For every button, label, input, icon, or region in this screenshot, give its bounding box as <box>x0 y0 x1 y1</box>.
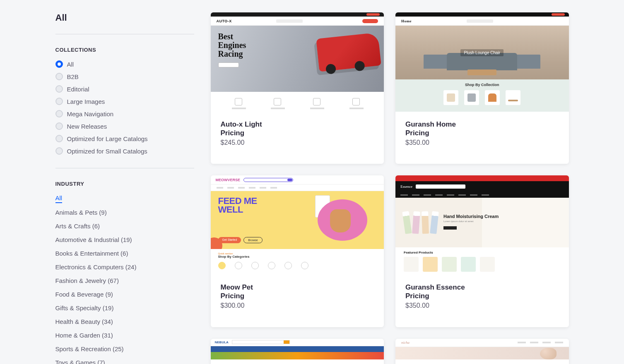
collection-option-mega-navigation[interactable]: Mega Navigation <box>55 109 194 118</box>
theme-name: Auto-x Light <box>221 120 374 129</box>
industry-item-books-entertainment[interactable]: Books & Entertainment (6) <box>55 249 194 258</box>
filter-sidebar: All COLLECTIONS All B2B Editorial <box>55 12 198 364</box>
radio-icon <box>55 135 63 142</box>
theme-price: $300.00 <box>221 302 374 309</box>
thumb-section-title: Shop By Categories <box>218 255 377 259</box>
theme-card-meow-pet[interactable]: MEOWVERSE FEED ME WELL Get Started Brows… <box>211 175 384 327</box>
theme-subtitle: Pricing <box>405 292 559 300</box>
theme-subtitle: Pricing <box>221 292 374 300</box>
collections-filter-section: COLLECTIONS All B2B Editorial Large Imag… <box>55 47 194 156</box>
radio-label: Editorial <box>67 86 89 93</box>
theme-name: Meow Pet <box>221 283 374 292</box>
thumb-cta-primary: Get Started <box>218 237 241 243</box>
thumb-logo: nicha <box>401 340 410 345</box>
industry-item-animals-pets[interactable]: Animals & Pets (9) <box>55 208 194 217</box>
radio-icon <box>55 98 63 105</box>
radio-label: New Releases <box>67 123 107 130</box>
divider <box>55 168 194 168</box>
theme-thumbnail: nicha <box>395 339 569 359</box>
collection-option-large-catalogs[interactable]: Optimized for Large Catalogs <box>55 134 194 143</box>
radio-label: Optimized for Small Catalogs <box>67 148 147 155</box>
collection-option-large-images[interactable]: Large Images <box>55 97 194 106</box>
radio-icon <box>55 85 63 93</box>
radio-icon <box>55 122 63 130</box>
industry-list: All Animals & Pets (9) Arts & Crafts (6)… <box>55 194 194 364</box>
radio-label: Optimized for Large Catalogs <box>67 135 148 142</box>
theme-price: $350.00 <box>405 302 559 309</box>
theme-card-guransh-essence[interactable]: Essence Hand Moisturising Cream Lorem ip… <box>395 175 569 327</box>
thumb-section-title: Shop By Collection <box>395 83 569 87</box>
theme-price: $245.00 <box>221 139 374 146</box>
collection-option-all[interactable]: All <box>55 60 194 69</box>
radio-label: Large Images <box>67 98 105 105</box>
industry-item-arts-crafts[interactable]: Arts & Crafts (6) <box>55 222 194 230</box>
collection-option-b2b[interactable]: B2B <box>55 72 194 81</box>
thumb-headline: Hand Moisturising Cream <box>443 214 499 219</box>
page-title: All <box>55 12 194 23</box>
industry-item-automotive-industrial[interactable]: Automotive & Industrial (19) <box>55 235 194 244</box>
collection-option-new-releases[interactable]: New Releases <box>55 122 194 131</box>
theme-thumbnail: AUTO-X Best Engines Racing <box>211 12 384 112</box>
thumb-logo: Essence <box>400 184 412 189</box>
thumb-hero-label: Plush Lounge Chair <box>460 49 504 56</box>
industry-item-gifts-specialty[interactable]: Gifts & Specialty (19) <box>55 304 194 312</box>
collection-option-editorial[interactable]: Editorial <box>55 84 194 93</box>
theme-subtitle: Pricing <box>405 129 559 137</box>
collection-option-small-catalogs[interactable]: Optimized for Small Catalogs <box>55 146 194 156</box>
thumb-cta-secondary: Browse <box>243 237 262 243</box>
card-body: Meow Pet Pricing $300.00 <box>211 275 384 319</box>
industry-item-health-beauty[interactable]: Health & Beauty (34) <box>55 317 194 326</box>
thumb-logo: MEOWVERSE <box>216 178 241 182</box>
industry-item-all[interactable]: All <box>55 194 63 203</box>
collections-heading: COLLECTIONS <box>55 47 194 53</box>
theme-name: Guransh Home <box>405 120 559 129</box>
industry-item-food-beverage[interactable]: Food & Beverage (9) <box>55 290 194 299</box>
radio-label: Mega Navigation <box>67 110 114 117</box>
radio-label: All <box>67 61 74 68</box>
theme-name: Guransh Essence <box>405 283 559 292</box>
theme-thumbnail: Home Plush Lounge Chair Shop By Collecti… <box>395 12 569 112</box>
radio-icon <box>55 147 63 155</box>
collections-radio-group: All B2B Editorial Large Images Mega Navi… <box>55 60 194 156</box>
industry-item-fashion-jewelry[interactable]: Fashion & Jewelry (67) <box>55 276 194 285</box>
theme-card-auto-x[interactable]: AUTO-X Best Engines Racing Auto-x Light … <box>211 12 384 164</box>
thumb-logo: NEBULA <box>215 340 229 344</box>
industry-item-electronics-computers[interactable]: Electronics & Computers (24) <box>55 263 194 271</box>
theme-card-guransh-home[interactable]: Home Plush Lounge Chair Shop By Collecti… <box>395 12 569 164</box>
card-body: Guransh Home Pricing $350.00 <box>395 112 569 156</box>
card-body: Guransh Essence Pricing $350.00 <box>395 275 569 319</box>
divider <box>55 34 194 34</box>
industry-item-sports-recreation[interactable]: Sports & Recreation (25) <box>55 345 194 353</box>
theme-card-nebula[interactable]: NEBULA <box>211 339 384 364</box>
theme-subtitle: Pricing <box>221 129 374 137</box>
card-body: Auto-x Light Pricing $245.00 <box>211 112 384 156</box>
industry-filter-section: INDUSTRY All Animals & Pets (9) Arts & C… <box>55 181 194 364</box>
radio-label: B2B <box>67 73 79 80</box>
radio-icon <box>55 110 63 117</box>
theme-thumbnail: NEBULA <box>211 339 384 359</box>
industry-item-toys-games[interactable]: Toys & Games (7) <box>55 358 194 364</box>
theme-grid: AUTO-X Best Engines Racing Auto-x Light … <box>211 12 569 364</box>
thumb-logo: Home <box>401 19 412 23</box>
theme-thumbnail: Essence Hand Moisturising Cream Lorem ip… <box>395 175 569 275</box>
theme-thumbnail: MEOWVERSE FEED ME WELL Get Started Brows… <box>211 175 384 275</box>
theme-card-nicha[interactable]: nicha <box>395 339 569 364</box>
thumb-logo: AUTO-X <box>217 19 232 23</box>
industry-heading: INDUSTRY <box>55 181 194 187</box>
thumb-section-title: Featured Products <box>404 251 561 254</box>
theme-price: $350.00 <box>405 139 559 146</box>
radio-icon <box>55 73 63 80</box>
radio-icon <box>55 60 63 68</box>
industry-item-home-garden[interactable]: Home & Garden (31) <box>55 331 194 340</box>
